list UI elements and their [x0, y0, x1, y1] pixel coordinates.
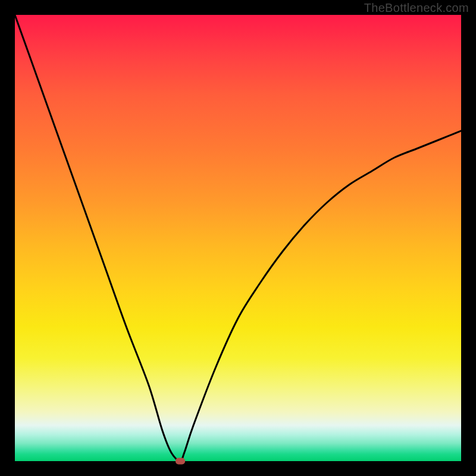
chart-stage: TheBottleneck.com	[0, 0, 476, 476]
curve-svg	[15, 15, 461, 461]
watermark-text: TheBottleneck.com	[364, 1, 469, 15]
bottleneck-curve-path	[15, 15, 461, 461]
optimum-marker	[176, 458, 185, 465]
plot-area	[15, 15, 461, 461]
